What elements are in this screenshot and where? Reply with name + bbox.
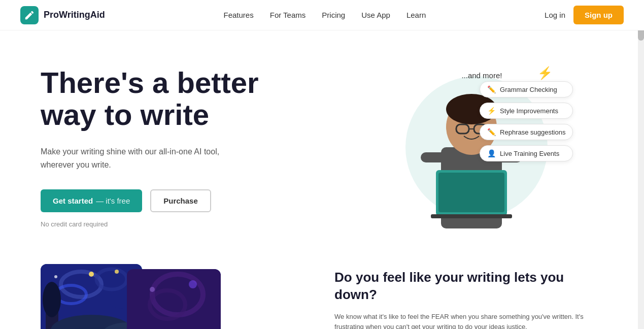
hero-title: There's a better way to write [41,67,350,131]
svg-point-17 [115,270,119,274]
feature-tag-style-label: Style Improvements [500,107,558,115]
nav-use-app[interactable]: Use App [361,11,390,19]
feature-tag-style: ⚡ Style Improvements [480,103,573,119]
scrollbar[interactable] [638,0,644,329]
hero-buttons: Get started — it's free Purchase [41,189,350,212]
hero-title-line2: way to write [41,98,209,131]
feature-tags: ✏️ Grammar Checking ⚡ Style Improvements… [480,81,573,161]
svg-point-26 [189,280,197,288]
hero-content: There's a better way to write Make your … [41,67,350,228]
logo-svg [24,10,35,21]
free-label: — it's free [96,196,130,205]
logo[interactable]: ProWritingAid [20,6,105,24]
nav-for-teams[interactable]: For Teams [270,11,306,19]
feature-tag-grammar: ✏️ Grammar Checking [480,81,573,97]
svg-rect-7 [438,173,504,212]
lightning-decoration: ⚡ [537,66,553,80]
no-credit-card-note: No credit card required [41,220,350,228]
signup-button[interactable]: Sign up [573,6,624,24]
svg-rect-8 [431,214,512,218]
get-started-button[interactable]: Get started — it's free [41,189,142,212]
lower-section: My idea in my head Do you feel like your… [0,254,644,329]
get-started-label: Get started [53,196,93,205]
lower-body: We know what it's like to feel the FEAR … [334,312,603,329]
nav-actions: Log in Sign up [545,6,624,24]
rephrase-icon: ✏️ [487,128,496,136]
lower-text: Do you feel like your writing lets you d… [334,264,603,329]
nav-learn[interactable]: Learn [406,11,426,19]
hero-illustration: ...and more! ⚡ ✏️ Grammar Checking ⚡ Sty… [350,61,603,234]
feature-tag-rephrase-label: Rephrase suggestions [500,128,565,136]
logo-icon [20,6,39,24]
logo-text: ProWritingAid [44,10,105,20]
hero-subtitle: Make your writing shine with our all-in-… [41,145,233,171]
card-front [127,269,221,329]
hero-title-line1: There's a better [41,66,259,99]
hero-section: There's a better way to write Make your … [0,30,644,254]
nav-features[interactable]: Features [224,11,254,19]
nav-links: Features For Teams Pricing Use App Learn [224,11,426,20]
feature-tag-training: 👤 Live Training Events [480,145,573,161]
nav-pricing[interactable]: Pricing [322,11,345,19]
lower-title: Do you feel like your writing lets you d… [334,269,603,304]
purchase-button[interactable]: Purchase [150,189,211,212]
svg-point-18 [54,275,57,278]
svg-point-20 [43,282,61,317]
feature-tag-rephrase: ✏️ Rephrase suggestions [480,124,573,140]
feature-tag-grammar-label: Grammar Checking [500,86,557,93]
card-front-svg [127,269,221,329]
svg-point-16 [89,272,94,277]
navbar: ProWritingAid Features For Teams Pricing… [0,0,644,30]
training-icon: 👤 [487,149,496,157]
svg-rect-9 [421,152,446,162]
login-button[interactable]: Log in [545,11,565,19]
style-icon: ⚡ [487,107,496,115]
person-container: ...and more! ⚡ ✏️ Grammar Checking ⚡ Sty… [390,66,563,228]
svg-point-27 [150,287,155,292]
lower-title-text: Do you feel like your writing lets you d… [334,270,564,302]
grammar-icon: ✏️ [487,85,496,93]
feature-tag-training-label: Live Training Events [500,150,559,157]
screenshot-cards: My idea in my head [41,264,294,329]
